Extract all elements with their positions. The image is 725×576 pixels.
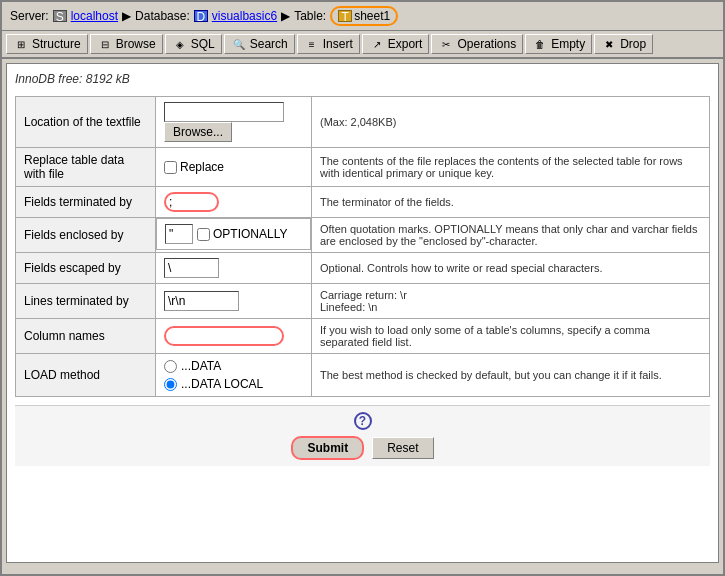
lines-terminated-desc-text: Carriage return: \rLinefeed: \n	[320, 289, 407, 313]
fields-terminated-input-cell	[156, 187, 312, 218]
arrow2: ▶	[281, 9, 290, 23]
sql-button[interactable]: ◈ SQL	[165, 34, 222, 54]
load-data-radio[interactable]	[164, 360, 177, 373]
table-icon: T	[338, 10, 352, 22]
empty-icon: 🗑	[532, 37, 548, 51]
search-icon: 🔍	[231, 37, 247, 51]
export-icon: ↗	[369, 37, 385, 51]
breadcrumb: Server: S localhost ▶ Database: D visual…	[2, 2, 723, 31]
load-method-label: LOAD method	[16, 354, 156, 397]
fields-terminated-label: Fields terminated by	[16, 187, 156, 218]
export-button[interactable]: ↗ Export	[362, 34, 430, 54]
structure-label: Structure	[32, 37, 81, 51]
optionally-checkbox[interactable]	[197, 228, 210, 241]
lines-terminated-input-cell	[156, 284, 312, 319]
load-method-input-cell: ...DATA ...DATA LOCAL	[156, 354, 312, 397]
load-method-row: LOAD method ...DATA ...DATA LOCAL The be…	[16, 354, 710, 397]
replace-row: Replace table data with file Replace The…	[16, 148, 710, 187]
fields-escaped-label: Fields escaped by	[16, 253, 156, 284]
location-input-cell: Browse...	[156, 97, 312, 148]
browse-label: Browse	[116, 37, 156, 51]
fields-terminated-desc: The terminator of the fields.	[312, 187, 710, 218]
toolbar: ⊞ Structure ⊟ Browse ◈ SQL 🔍 Search ≡ In…	[2, 31, 723, 59]
column-names-input-cell	[156, 319, 312, 354]
replace-checkbox-text: Replace	[180, 160, 224, 174]
load-method-desc: The best method is checked by default, b…	[312, 354, 710, 397]
column-names-label: Column names	[16, 319, 156, 354]
lines-terminated-row: Lines terminated by Carriage return: \rL…	[16, 284, 710, 319]
table-label: Table:	[294, 9, 326, 23]
structure-icon: ⊞	[13, 37, 29, 51]
load-data-local-option[interactable]: ...DATA LOCAL	[164, 377, 303, 391]
server-icon: S	[53, 10, 67, 22]
submit-button[interactable]: Submit	[291, 436, 364, 460]
replace-checkbox-label[interactable]: Replace	[164, 160, 303, 174]
insert-icon: ≡	[304, 37, 320, 51]
server-link[interactable]: localhost	[71, 9, 118, 23]
empty-button[interactable]: 🗑 Empty	[525, 34, 592, 54]
browse-button[interactable]: ⊟ Browse	[90, 34, 163, 54]
sql-label: SQL	[191, 37, 215, 51]
location-label: Location of the textfile	[16, 97, 156, 148]
table-name: sheet1	[354, 9, 390, 23]
form-table: Location of the textfile Browse... (Max:…	[15, 96, 710, 397]
fields-terminated-input[interactable]	[164, 192, 219, 212]
innodb-info: InnoDB free: 8192 kB	[15, 72, 710, 86]
server-label: Server:	[10, 9, 49, 23]
lines-terminated-label: Lines terminated by	[16, 284, 156, 319]
operations-button[interactable]: ✂ Operations	[431, 34, 523, 54]
fields-enclosed-label: Fields enclosed by	[16, 218, 156, 253]
replace-checkbox[interactable]	[164, 161, 177, 174]
structure-button[interactable]: ⊞ Structure	[6, 34, 88, 54]
column-names-row: Column names If you wish to load only so…	[16, 319, 710, 354]
sql-icon: ◈	[172, 37, 188, 51]
operations-label: Operations	[457, 37, 516, 51]
lines-terminated-input[interactable]	[164, 291, 239, 311]
export-label: Export	[388, 37, 423, 51]
help-link[interactable]: ?	[354, 412, 372, 430]
reset-button[interactable]: Reset	[372, 437, 433, 459]
load-data-local-label: ...DATA LOCAL	[181, 377, 263, 391]
insert-label: Insert	[323, 37, 353, 51]
db-label: Database:	[135, 9, 190, 23]
column-names-desc: If you wish to load only some of a table…	[312, 319, 710, 354]
search-button[interactable]: 🔍 Search	[224, 34, 295, 54]
browse-file-button[interactable]: Browse...	[164, 122, 232, 142]
db-link[interactable]: visualbasic6	[212, 9, 277, 23]
main-content: InnoDB free: 8192 kB Location of the tex…	[6, 63, 719, 563]
location-input[interactable]	[164, 102, 284, 122]
empty-label: Empty	[551, 37, 585, 51]
fields-enclosed-input-cell: OPTIONALLY	[156, 218, 311, 250]
fields-terminated-row: Fields terminated by The terminator of t…	[16, 187, 710, 218]
optionally-text: OPTIONALLY	[213, 227, 287, 241]
insert-button[interactable]: ≡ Insert	[297, 34, 360, 54]
server-name: localhost	[71, 9, 118, 23]
fields-enclosed-input[interactable]	[165, 224, 193, 244]
drop-icon: ✖	[601, 37, 617, 51]
load-data-label: ...DATA	[181, 359, 221, 373]
fields-escaped-row: Fields escaped by Optional. Controls how…	[16, 253, 710, 284]
drop-button[interactable]: ✖ Drop	[594, 34, 653, 54]
arrow1: ▶	[122, 9, 131, 23]
fields-escaped-input-cell	[156, 253, 312, 284]
fields-enclosed-desc: Often quotation marks. OPTIONALLY means …	[312, 218, 710, 253]
load-data-option[interactable]: ...DATA	[164, 359, 303, 373]
browse-icon: ⊟	[97, 37, 113, 51]
replace-input-cell: Replace	[156, 148, 312, 187]
db-name: visualbasic6	[212, 9, 277, 23]
lines-terminated-desc: Carriage return: \rLinefeed: \n	[312, 284, 710, 319]
table-active: T sheet1	[330, 6, 398, 26]
drop-label: Drop	[620, 37, 646, 51]
load-method-radio-group: ...DATA ...DATA LOCAL	[164, 359, 303, 391]
fields-enclosed-row: Fields enclosed by OPTIONALLY Often quot…	[16, 218, 710, 253]
location-row: Location of the textfile Browse... (Max:…	[16, 97, 710, 148]
column-names-input[interactable]	[164, 326, 284, 346]
replace-desc: The contents of the file replaces the co…	[312, 148, 710, 187]
submit-area: ? Submit Reset	[15, 405, 710, 466]
location-desc: (Max: 2,048KB)	[312, 97, 710, 148]
load-data-local-radio[interactable]	[164, 378, 177, 391]
optionally-label[interactable]: OPTIONALLY	[197, 227, 287, 241]
replace-label: Replace table data with file	[16, 148, 156, 187]
fields-escaped-input[interactable]	[164, 258, 219, 278]
search-label: Search	[250, 37, 288, 51]
